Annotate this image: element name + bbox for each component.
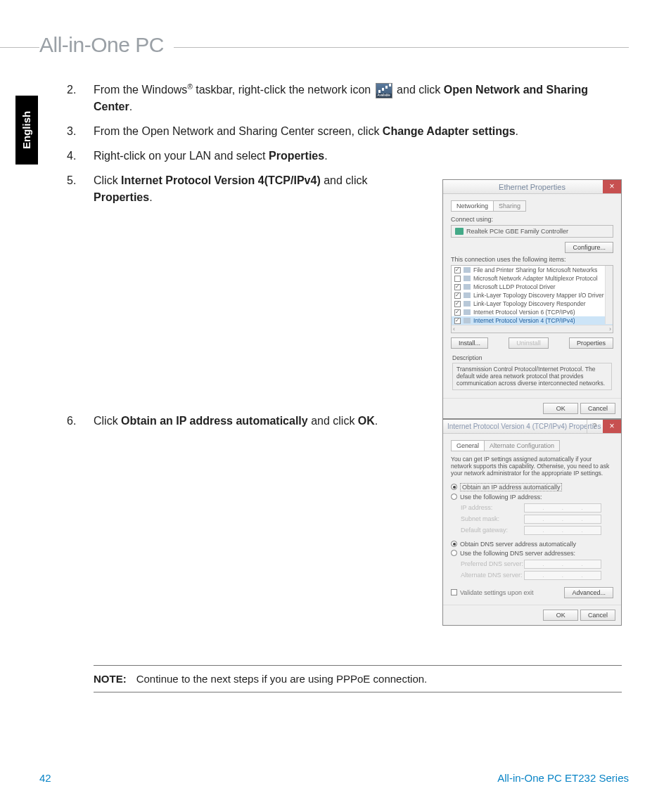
step-5: 5. Click Internet Protocol Version 4(TCP… [67, 172, 390, 205]
list-item-selected[interactable]: ✓Internet Protocol Version 4 (TCP/IPv4) [452, 316, 613, 325]
list-item[interactable]: ✓File and Printer Sharing for Microsoft … [452, 266, 613, 274]
radio-manual-dns[interactable]: Use the following DNS server addresses: [451, 550, 613, 557]
description-label: Description [452, 354, 612, 361]
note-row: NOTE:Continue to the next steps if you a… [94, 666, 622, 692]
help-icon[interactable]: ? [587, 420, 602, 433]
ok-button[interactable]: OK [543, 403, 578, 414]
subnet-mask-label: Subnet mask: [461, 515, 524, 522]
step-text: From the Windows® taskbar, right-click t… [94, 82, 614, 115]
nic-name: Realtek PCIe GBE Family Controller [466, 228, 568, 235]
uninstall-button: Uninstall [509, 337, 549, 349]
list-item[interactable]: Microsoft Network Adapter Multiplexor Pr… [452, 274, 613, 283]
radio-icon[interactable] [451, 494, 457, 500]
protocol-icon [464, 276, 471, 281]
dns-fields: Preferred DNS server:... Alternate DNS s… [461, 560, 613, 580]
intro-text: You can get IP settings assigned automat… [451, 456, 613, 477]
note-block: NOTE:Continue to the next steps if you a… [94, 665, 622, 692]
connect-using-label: Connect using: [451, 216, 613, 223]
radio-auto-dns[interactable]: Obtain DNS server address automatically [451, 541, 613, 548]
checkbox-icon[interactable]: ✓ [454, 318, 461, 324]
preferred-dns-label: Preferred DNS server: [461, 560, 524, 567]
advanced-button[interactable]: Advanced... [564, 587, 613, 598]
ok-button[interactable]: OK [543, 610, 578, 621]
dialog-title-text: Ethernet Properties [499, 183, 565, 191]
step-6: 6. Click Obtain an IP address automatica… [67, 413, 390, 429]
checkbox-icon[interactable]: ✓ [454, 267, 461, 273]
radio-icon[interactable] [451, 484, 457, 490]
validate-label: Validate settings upon exit [460, 589, 533, 596]
page-footer: 42 All-in-One PC ET232 Series [39, 772, 629, 784]
protocol-icon [464, 318, 471, 323]
dialog-tabs: NetworkingSharing [451, 200, 613, 212]
checkbox-icon[interactable]: ✓ [454, 292, 461, 299]
dialog-tabs: GeneralAlternate Configuration [451, 440, 613, 451]
properties-button[interactable]: Properties [569, 337, 613, 349]
tab-networking[interactable]: Networking [451, 200, 494, 212]
validate-row: Validate settings upon exit Advanced... [451, 587, 613, 598]
close-icon[interactable]: × [603, 420, 621, 433]
radio-icon[interactable] [451, 550, 457, 556]
step-text: Right-click on your LAN and select Prope… [94, 148, 622, 164]
preferred-dns-input: ... [524, 560, 601, 569]
step-number: 4. [67, 148, 94, 164]
alternate-dns-label: Alternate DNS server: [461, 572, 524, 579]
alternate-dns-input: ... [524, 571, 601, 580]
content-area: 2. From the Windows® taskbar, right-clic… [67, 82, 622, 437]
close-icon[interactable]: × [603, 180, 621, 193]
step-text: Click Obtain an IP address automatically… [94, 413, 390, 429]
tab-sharing[interactable]: Sharing [493, 200, 526, 212]
step-number: 3. [67, 123, 94, 139]
ethernet-properties-dialog: Ethernet Properties × NetworkingSharing … [442, 179, 622, 419]
list-item[interactable]: ✓Link-Layer Topology Discovery Mapper I/… [452, 291, 613, 299]
document-title: All-in-One PC [39, 33, 174, 57]
protocol-icon [464, 292, 471, 298]
cancel-button[interactable]: Cancel [580, 610, 615, 621]
ip-address-label: IP address: [461, 504, 524, 511]
checkbox-icon[interactable]: ✓ [454, 301, 461, 307]
tab-general[interactable]: General [451, 440, 485, 451]
protocol-icon [464, 301, 471, 307]
radio-auto-ip[interactable]: Obtain an IP address automatically [451, 483, 613, 491]
step-number: 2. [67, 82, 94, 115]
list-item[interactable]: ✓Link-Layer Topology Discovery Responder [452, 299, 613, 308]
nic-icon [455, 228, 464, 235]
step-4: 4. Right-click on your LAN and select Pr… [67, 148, 622, 164]
dialog-titlebar: Internet Protocol Version 4 (TCP/IPv4) P… [443, 420, 621, 434]
scrollbar-horizontal[interactable]: ‹› [452, 325, 613, 333]
protocol-icon [464, 284, 471, 290]
scrollbar-vertical[interactable] [605, 266, 613, 324]
cancel-button[interactable]: Cancel [580, 403, 615, 414]
gateway-label: Default gateway: [461, 527, 524, 534]
validate-checkbox[interactable] [451, 589, 457, 595]
page-number: 42 [39, 772, 51, 784]
connection-items-list[interactable]: ✓File and Printer Sharing for Microsoft … [451, 265, 613, 333]
step-number: 5. [67, 172, 94, 205]
radio-manual-ip[interactable]: Use the following IP address: [451, 494, 613, 501]
dialog-footer: OK Cancel [443, 398, 621, 418]
checkbox-icon[interactable] [454, 276, 461, 282]
protocol-icon [464, 309, 471, 315]
ip-address-input: ... [524, 503, 601, 513]
checkbox-icon[interactable]: ✓ [454, 309, 461, 316]
list-item[interactable]: ✓Microsoft LLDP Protocol Driver [452, 283, 613, 291]
protocol-icon [464, 267, 471, 273]
ipv4-properties-dialog: Internet Protocol Version 4 (TCP/IPv4) P… [442, 419, 622, 626]
dialog-titlebar: Ethernet Properties × [443, 180, 621, 194]
step-number: 6. [67, 413, 94, 429]
checkbox-icon[interactable]: ✓ [454, 284, 461, 290]
description-text: Transmission Control Protocol/Internet P… [452, 363, 612, 390]
subnet-mask-input: ... [524, 515, 601, 524]
install-button[interactable]: Install... [451, 337, 488, 349]
radio-icon[interactable] [451, 541, 457, 547]
language-tab: English [15, 96, 38, 165]
tab-alternate[interactable]: Alternate Configuration [484, 440, 560, 451]
step-3: 3. From the Open Network and Sharing Cen… [67, 123, 622, 139]
note-label: NOTE: [94, 673, 127, 685]
connection-items-label: This connection uses the following items… [451, 256, 613, 263]
step-text: Click Internet Protocol Version 4(TCP/IP… [94, 172, 390, 205]
configure-button[interactable]: Configure... [565, 242, 613, 253]
list-item[interactable]: ✓Internet Protocol Version 6 (TCP/IPv6) [452, 308, 613, 316]
description-box: Description Transmission Control Protoco… [451, 352, 613, 392]
page-header: All-in-One PC [0, 37, 671, 58]
dialog-title-text: Internet Protocol Version 4 (TCP/IPv4) P… [447, 423, 601, 430]
